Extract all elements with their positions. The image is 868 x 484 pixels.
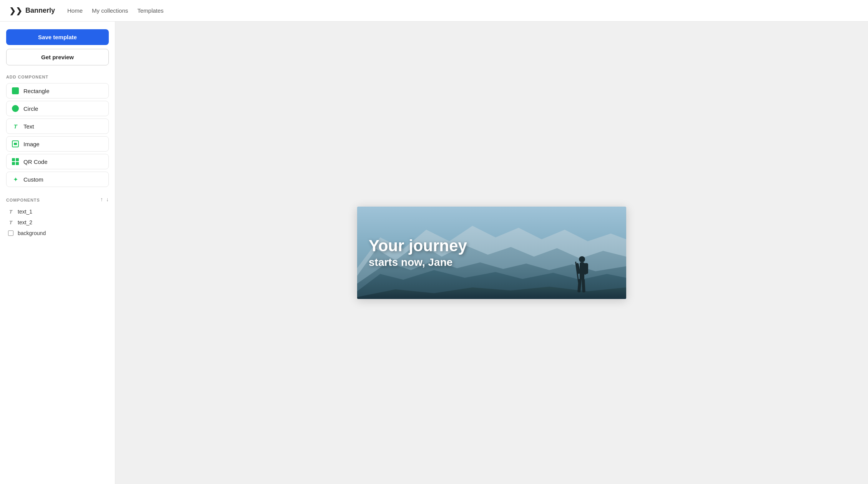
add-rectangle-button[interactable]: Rectangle <box>6 83 109 98</box>
navbar: ❯❯ Bannerly Home My collections Template… <box>0 0 868 22</box>
image-icon <box>12 140 19 147</box>
text1-icon: T <box>8 209 14 215</box>
component-item-background[interactable]: background <box>6 228 109 239</box>
add-component-list: Rectangle Circle T Text Image <box>6 83 109 187</box>
logo-icon: ❯❯ <box>9 6 22 15</box>
get-preview-button[interactable]: Get preview <box>6 49 109 65</box>
qrcode-icon <box>12 158 19 165</box>
rectangle-label: Rectangle <box>23 88 50 94</box>
image-label: Image <box>23 141 40 147</box>
qrcode-label: QR Code <box>23 159 48 165</box>
background-icon <box>8 230 14 236</box>
logo-text: Bannerly <box>25 7 55 15</box>
component-item-text1-label: text_1 <box>18 209 32 215</box>
custom-label: Custom <box>23 176 43 183</box>
banner[interactable]: Your journey starts now, Jane <box>357 207 626 299</box>
svg-point-2 <box>579 256 585 262</box>
canvas-area: Your journey starts now, Jane <box>115 22 868 484</box>
components-arrows: ↑ ↓ <box>100 196 109 202</box>
custom-icon: ✦ <box>12 176 19 183</box>
add-custom-button[interactable]: ✦ Custom <box>6 172 109 187</box>
add-qrcode-button[interactable]: QR Code <box>6 154 109 169</box>
banner-title: Your journey <box>369 237 467 255</box>
save-template-button[interactable]: Save template <box>6 29 109 45</box>
add-circle-button[interactable]: Circle <box>6 101 109 116</box>
components-header: COMPONENTS ↑ ↓ <box>6 196 109 202</box>
component-item-text2-label: text_2 <box>18 219 32 225</box>
nav-link-collections[interactable]: My collections <box>92 7 128 14</box>
text-icon: T <box>12 123 19 130</box>
circle-icon <box>12 105 19 112</box>
components-section-label: COMPONENTS <box>6 198 40 202</box>
banner-text-container: Your journey starts now, Jane <box>369 237 467 269</box>
sidebar: Save template Get preview ADD COMPONENT … <box>0 22 115 484</box>
nav-link-home[interactable]: Home <box>67 7 83 14</box>
move-up-button[interactable]: ↑ <box>100 196 103 202</box>
component-item-background-label: background <box>18 230 46 236</box>
component-item-text1[interactable]: T text_1 <box>6 206 109 217</box>
circle-label: Circle <box>23 105 38 112</box>
text-label: Text <box>23 123 34 130</box>
rectangle-icon <box>12 87 19 94</box>
nav-link-templates[interactable]: Templates <box>137 7 163 14</box>
component-item-text2[interactable]: T text_2 <box>6 217 109 228</box>
add-component-label: ADD COMPONENT <box>6 75 109 79</box>
nav-links: Home My collections Templates <box>67 7 164 14</box>
main-layout: Save template Get preview ADD COMPONENT … <box>0 22 868 484</box>
move-down-button[interactable]: ↓ <box>106 196 109 202</box>
text2-icon: T <box>8 219 14 225</box>
add-text-button[interactable]: T Text <box>6 118 109 134</box>
logo: ❯❯ Bannerly <box>9 6 55 15</box>
banner-subtitle: starts now, Jane <box>369 256 467 269</box>
add-image-button[interactable]: Image <box>6 136 109 152</box>
